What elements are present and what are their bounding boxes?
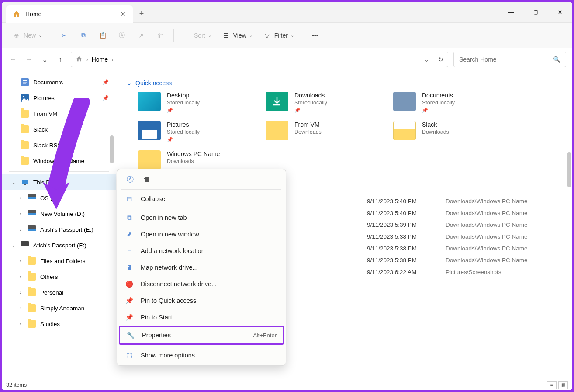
tab-close-icon[interactable]: ✕: [120, 10, 127, 17]
forward-button[interactable]: →: [24, 54, 34, 65]
sidebar-item-ext-drive[interactable]: ⌄ Atish's Passport (E:): [2, 237, 116, 253]
drive-icon: [28, 225, 36, 233]
paste-button[interactable]: 📋: [95, 28, 111, 43]
item-name: Windows PC Name: [167, 150, 220, 157]
new-tab-button[interactable]: +: [133, 5, 150, 23]
sidebar-item[interactable]: From VM: [2, 106, 116, 121]
delete-button[interactable]: 🗑: [152, 28, 168, 43]
back-button[interactable]: ←: [8, 54, 18, 65]
context-menu-item[interactable]: ⬈Open in new window: [119, 226, 284, 243]
sidebar-item-drive[interactable]: ›OS (C:): [2, 190, 116, 206]
chevron-right-icon[interactable]: ›: [17, 306, 24, 311]
sidebar-item-label: OS (C:): [40, 195, 60, 201]
sort-button[interactable]: ↕ Sort ⌄: [179, 28, 215, 43]
item-date: 9/11/2023 5:40 PM: [367, 198, 446, 205]
sidebar-item[interactable]: ›Simply Andaman: [2, 300, 116, 316]
sidebar-item-drive[interactable]: ›New Volume (D:): [2, 206, 116, 222]
folder-icon: [266, 92, 288, 111]
chevron-right-icon[interactable]: ›: [17, 259, 24, 264]
item-name: Pictures: [167, 121, 200, 128]
new-button[interactable]: ⊕ New ⌄: [9, 28, 45, 43]
chevron-right-icon[interactable]: ›: [17, 227, 24, 232]
chevron-right-icon[interactable]: ›: [17, 196, 24, 201]
chevron-down-icon[interactable]: ⌄: [10, 243, 17, 248]
chevron-right-icon[interactable]: ›: [17, 212, 24, 216]
svg-point-5: [23, 96, 24, 97]
search-box[interactable]: 🔍: [453, 52, 566, 67]
sidebar-item-label: Atish's Passport (E:): [33, 242, 86, 249]
folder-icon: [393, 121, 416, 140]
cut-button[interactable]: ✂: [56, 28, 72, 43]
quick-access-item[interactable]: DesktopStored locally📌: [138, 92, 255, 113]
sidebar-item-drive[interactable]: ›Atish's Passport (E:): [2, 222, 116, 237]
sidebar-item[interactable]: Slack: [2, 121, 116, 137]
address-dropdown[interactable]: ⌄: [424, 56, 429, 63]
menu-item-icon: ⊟: [125, 194, 134, 203]
context-menu-item[interactable]: ⧉Open in new tab: [119, 209, 284, 226]
address-bar[interactable]: › Home › ⌄ ↻: [71, 52, 448, 67]
context-menu-item[interactable]: 📌Pin to Quick access: [119, 292, 284, 309]
address-segment[interactable]: Home: [92, 56, 108, 63]
details-view-button[interactable]: ≡: [547, 381, 557, 389]
pin-icon: 📌: [294, 108, 327, 113]
quick-access-item[interactable]: SlackDownloads: [393, 121, 510, 142]
scrollbar[interactable]: [567, 152, 571, 187]
quick-access-item[interactable]: Windows PC NameDownloads: [138, 150, 255, 170]
quick-access-item[interactable]: DownloadsStored locally📌: [266, 92, 383, 113]
refresh-button[interactable]: ↻: [438, 56, 443, 63]
context-menu-item[interactable]: 🔧PropertiesAlt+Enter: [119, 326, 284, 345]
share-button[interactable]: ↗: [133, 28, 149, 43]
trash-icon[interactable]: 🗑: [142, 174, 152, 185]
section-quick-access[interactable]: ⌄ Quick access: [127, 80, 562, 87]
menu-item-label: Collapse: [141, 195, 165, 202]
tab-home[interactable]: Home ✕: [6, 5, 133, 23]
quick-access-item[interactable]: From VMDownloads: [266, 121, 383, 142]
maximize-button[interactable]: ▢: [523, 2, 548, 23]
sidebar-item[interactable]: Windows PC Name: [2, 153, 116, 169]
quick-access-item[interactable]: PicturesStored locally📌: [138, 121, 255, 142]
folder-icon: [138, 121, 161, 140]
context-menu-item[interactable]: ⛔Disconnect network drive...: [119, 276, 284, 292]
chevron-right-icon[interactable]: ›: [17, 274, 24, 279]
pin-icon: 📌: [422, 108, 455, 113]
context-menu-item[interactable]: ⬚Show more options: [119, 347, 284, 364]
chevron-down-icon[interactable]: ⌄: [10, 180, 17, 185]
context-menu-item[interactable]: 📌Pin to Start: [119, 309, 284, 326]
scissors-icon: ✂: [60, 31, 69, 40]
context-menu-item[interactable]: ⊟Collapse: [119, 191, 284, 207]
up-button[interactable]: ↑: [55, 54, 66, 65]
context-menu: Ⓐ 🗑 ⊟Collapse⧉Open in new tab⬈Open in ne…: [117, 169, 286, 366]
sidebar-item[interactable]: Slack RSS: [2, 137, 116, 153]
chevron-right-icon[interactable]: ›: [17, 322, 24, 326]
rename-button[interactable]: Ⓐ: [114, 28, 130, 43]
sidebar-item[interactable]: ›Files and Folders: [2, 253, 116, 269]
item-date: 9/11/2023 5:38 PM: [367, 257, 446, 264]
sidebar-item[interactable]: ›Personal: [2, 284, 116, 300]
sidebar-item[interactable]: ›Studies: [2, 316, 116, 332]
sidebar-item[interactable]: ›Others: [2, 269, 116, 284]
minimize-button[interactable]: —: [499, 2, 523, 23]
sidebar-item-label: Simply Andaman: [40, 305, 84, 312]
context-menu-item[interactable]: 🖥Add a network location: [119, 243, 284, 259]
search-input[interactable]: [459, 56, 553, 63]
view-button[interactable]: ☰ View ⌄: [218, 28, 256, 43]
navigation-bar: ← → ⌄ ↑ › Home › ⌄ ↻ 🔍: [2, 48, 572, 71]
quick-access-item[interactable]: DocumentsStored locally📌: [393, 92, 510, 113]
more-button[interactable]: •••: [308, 28, 322, 43]
close-button[interactable]: ✕: [548, 2, 572, 23]
context-menu-item[interactable]: 🖥Map network drive...: [119, 259, 284, 276]
item-count: 32 items: [6, 382, 27, 388]
scrollbar[interactable]: [110, 135, 114, 163]
chevron-right-icon[interactable]: ›: [17, 290, 24, 295]
sidebar-item[interactable]: Documents📌: [2, 74, 116, 90]
drive-icon: [21, 241, 29, 249]
rename-icon[interactable]: Ⓐ: [125, 174, 135, 185]
sidebar-item[interactable]: Pictures📌: [2, 90, 116, 106]
recent-button[interactable]: ⌄: [39, 54, 50, 65]
item-path: Downloads\Windows PC Name: [446, 198, 550, 205]
copy-button[interactable]: ⧉: [76, 28, 91, 43]
sidebar-item-label: New Volume (D:): [40, 211, 85, 217]
sidebar-item-this-pc[interactable]: ⌄ This PC: [2, 174, 116, 190]
icons-view-button[interactable]: ▦: [558, 381, 568, 389]
filter-button[interactable]: ▽ Filter ⌄: [259, 28, 297, 43]
